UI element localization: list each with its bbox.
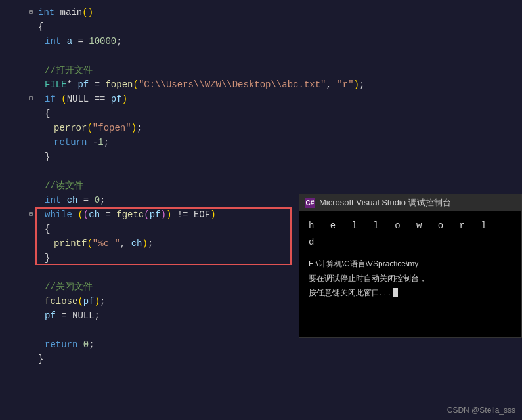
- variable: a: [67, 36, 72, 47]
- line-content-6: FILE* pf = fopen("C:\\Users\\WZW\\Deskto…: [35, 77, 522, 92]
- function: fclose: [45, 296, 77, 306]
- keyword: return: [45, 339, 77, 350]
- line-content-24: return 0;: [35, 337, 522, 352]
- text: ;: [100, 195, 105, 205]
- console-output-line3: 要在调试停止时自动关闭控制台，: [309, 272, 512, 286]
- text: [87, 137, 92, 148]
- comment: //读文件: [45, 180, 83, 191]
- console-body: h e l l o w o r l d E:\计算机\C语言\VSpractic…: [299, 211, 521, 306]
- variable: pf: [150, 209, 161, 220]
- function: fgetc: [116, 209, 144, 220]
- code-line-13: //读文件: [0, 178, 522, 193]
- text: ;: [148, 238, 153, 249]
- text: }: [38, 354, 43, 364]
- console-title-bar: C# Microsoft Visual Studio 调试控制台: [299, 194, 521, 211]
- string: "r": [337, 79, 353, 90]
- console-window: C# Microsoft Visual Studio 调试控制台 h e l l…: [299, 194, 522, 338]
- line-content-13: //读文件: [35, 178, 522, 193]
- cursor: [393, 288, 398, 297]
- fold-1[interactable]: ⊟: [26, 5, 35, 20]
- line-content-10: return -1;: [35, 135, 522, 150]
- code-line-5: //打开文件: [0, 63, 522, 77]
- keyword: while: [45, 209, 72, 220]
- paren2: ): [161, 209, 166, 220]
- watermark-text: CSDN @Stella_sss: [447, 406, 515, 415]
- variable: pf: [111, 94, 122, 104]
- line-content-11: }: [35, 150, 522, 164]
- comment: //关闭文件: [45, 282, 93, 292]
- keyword: int: [45, 195, 61, 205]
- text: = NULL;: [56, 310, 100, 321]
- text: }: [45, 253, 50, 263]
- line-content-4: [35, 49, 522, 63]
- text: =: [100, 209, 116, 220]
- paren: (: [61, 94, 66, 104]
- text: ;: [100, 296, 105, 306]
- function: perror: [54, 123, 87, 133]
- line-content-5: //打开文件: [35, 63, 522, 77]
- paren: (: [77, 209, 83, 220]
- number: 0: [95, 195, 100, 205]
- paren: (): [82, 7, 93, 18]
- text: [56, 94, 61, 104]
- paren: ): [95, 296, 100, 306]
- operator: -: [93, 137, 98, 148]
- code-line-10: return -1;: [0, 135, 522, 150]
- code-line-25: }: [0, 352, 522, 366]
- fold-15[interactable]: ⊟: [26, 207, 35, 222]
- text: =: [89, 79, 105, 90]
- function: printf: [54, 238, 87, 249]
- number: 0: [83, 339, 89, 350]
- fold-7[interactable]: ⊟: [26, 92, 35, 106]
- variable: pf: [83, 296, 95, 306]
- code-line-2: {: [0, 20, 522, 34]
- line-content-12: [35, 164, 522, 178]
- text: main: [54, 7, 82, 18]
- vs-icon: C#: [305, 198, 315, 208]
- code-line-11: }: [0, 150, 522, 164]
- paren: (: [87, 238, 92, 249]
- variable: pf: [45, 310, 56, 321]
- paren: ): [122, 94, 127, 104]
- variable: ch: [131, 238, 142, 249]
- text: ,: [120, 238, 131, 249]
- comment: //打开文件: [45, 65, 93, 75]
- text: [61, 36, 66, 47]
- line-content-25: }: [35, 352, 522, 366]
- code-line-3: int a = 10000;: [0, 34, 522, 49]
- keyword: return: [54, 137, 87, 148]
- console-output-line4: 按任意键关闭此窗口. . .: [309, 286, 512, 301]
- paren: ): [142, 238, 147, 249]
- code-line-4: [0, 49, 522, 63]
- text: ;: [89, 339, 94, 350]
- text: {: [45, 108, 50, 119]
- line-content-9: perror("fopen");: [35, 121, 522, 135]
- paren: (: [133, 79, 138, 90]
- text: {: [45, 224, 50, 234]
- code-line-9: perror("fopen");: [0, 121, 522, 135]
- text: =: [77, 195, 94, 205]
- paren: ): [131, 123, 137, 133]
- variable: ch: [89, 209, 100, 220]
- text: ,: [326, 79, 337, 90]
- line-content-2: {: [35, 20, 522, 34]
- code-line-7: ⊟ if (NULL == pf): [0, 92, 522, 106]
- text: ;: [359, 79, 364, 90]
- text: NULL ==: [67, 94, 111, 104]
- line-content-8: {: [35, 106, 522, 121]
- code-editor: ⊟ int main() { int a = 10000; //打开文件: [0, 0, 522, 420]
- text: != EOF: [171, 209, 210, 220]
- text: *: [67, 79, 78, 90]
- line-content-7: if (NULL == pf): [35, 92, 522, 106]
- text: ;: [137, 123, 142, 133]
- console-output-line1: h e l l o w o r l d: [309, 218, 512, 251]
- type: FILE: [45, 79, 67, 90]
- code-line-8: {: [0, 106, 522, 121]
- watermark: CSDN @Stella_sss: [447, 406, 515, 415]
- console-title: Microsoft Visual Studio 调试控制台: [319, 197, 451, 209]
- paren: ): [354, 79, 359, 90]
- line-content-1: int main(): [35, 5, 522, 20]
- paren2: (: [144, 209, 149, 220]
- text: ;: [104, 137, 109, 148]
- code-line-6: FILE* pf = fopen("C:\\Users\\WZW\\Deskto…: [0, 77, 522, 92]
